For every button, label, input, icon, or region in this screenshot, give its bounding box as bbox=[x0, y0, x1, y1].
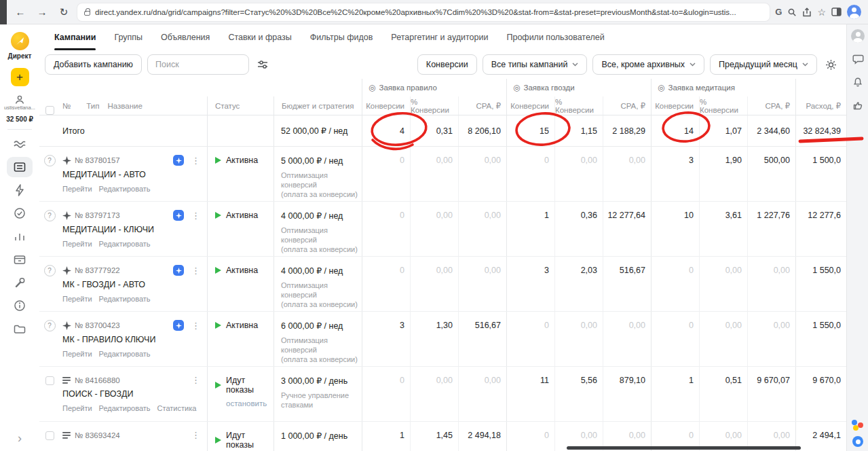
select-all-checkbox[interactable] bbox=[45, 106, 54, 115]
table-row[interactable]: № 84166880 ⋮ ПОИСК - ГВОЗДИ ПерейтиРедак… bbox=[39, 367, 846, 422]
col-rate-label[interactable]: % Конверсии bbox=[410, 96, 458, 115]
col-conversions-label[interactable]: Конверсии bbox=[651, 96, 699, 115]
horizontal-scrollbar[interactable] bbox=[567, 446, 801, 450]
table-row[interactable]: № 83780157 ⋮ МЕДИТАЦИИ - АВТО ПерейтиРед… bbox=[39, 147, 846, 202]
campaign-id[interactable]: № 83700423 bbox=[75, 321, 120, 329]
campaign-name[interactable]: МЕДИТАЦИИ - АВТО bbox=[62, 170, 203, 179]
auto-badge-icon[interactable] bbox=[173, 155, 184, 166]
col-cpa-label[interactable]: CPA, ₽ bbox=[458, 96, 506, 115]
archive-filter-dropdown[interactable]: Все, кроме архивных bbox=[592, 54, 704, 75]
tab-bids-phrases[interactable]: Ставки и фразы bbox=[228, 24, 291, 50]
row-menu-icon[interactable]: ⋮ bbox=[191, 156, 200, 166]
google-icon[interactable]: G bbox=[775, 7, 782, 17]
tab-groups[interactable]: Группы bbox=[114, 24, 143, 50]
row-link[interactable]: Редактировать bbox=[99, 295, 151, 303]
recommendation-icon[interactable] bbox=[44, 155, 56, 166]
col-rate-label[interactable]: % Конверсии bbox=[699, 96, 747, 115]
col-conversions-label[interactable]: Конверсии bbox=[362, 96, 410, 115]
campaign-name[interactable]: МК - ГВОЗДИ - АВТО bbox=[62, 280, 203, 289]
col-budget-label[interactable]: Бюджет и стратегия bbox=[273, 96, 362, 115]
chat-icon[interactable] bbox=[847, 48, 868, 71]
filter-sliders-icon[interactable] bbox=[254, 54, 271, 75]
add-campaign-button[interactable]: Добавить кампанию bbox=[45, 54, 142, 75]
add-campaign-plus-button[interactable]: + bbox=[11, 68, 29, 86]
url-bar[interactable]: direct.yandex.ru/dna/grid/campaigns?filt… bbox=[77, 3, 770, 21]
sidebar-item-statistics[interactable] bbox=[0, 225, 39, 248]
row-menu-icon[interactable]: ⋮ bbox=[191, 375, 200, 385]
expand-chevron-icon[interactable]: › bbox=[18, 431, 22, 446]
tab-user-profiles[interactable]: Профили пользователей bbox=[506, 24, 604, 50]
auto-badge-icon[interactable] bbox=[173, 320, 184, 331]
row-link[interactable]: Редактировать bbox=[99, 185, 151, 193]
col-type-label[interactable]: Тип bbox=[86, 102, 99, 110]
panel-profile-icon[interactable] bbox=[847, 24, 868, 48]
campaign-id[interactable]: № 83777922 bbox=[75, 266, 120, 274]
recommendation-icon[interactable] bbox=[44, 265, 56, 276]
goal-group-gvozdi[interactable]: ◎ Заявка гвозди bbox=[506, 79, 651, 96]
thumbs-up-icon[interactable] bbox=[847, 94, 868, 117]
row-link[interactable]: Редактировать bbox=[99, 350, 151, 358]
sidebar-item-tools[interactable] bbox=[0, 271, 39, 294]
sidebar-item-moderation[interactable] bbox=[0, 202, 39, 225]
row-checkbox[interactable] bbox=[45, 376, 54, 385]
col-cpa-label[interactable]: CPA, ₽ bbox=[747, 96, 795, 115]
goal-group-meditacia[interactable]: ◎ Заявка медитация bbox=[651, 79, 795, 96]
balance-label[interactable]: 32 500 ₽ bbox=[6, 115, 33, 123]
yandex-services-icon[interactable] bbox=[852, 420, 864, 431]
row-link[interactable]: Перейти bbox=[62, 240, 92, 248]
tab-retargeting[interactable]: Ретаргетинг и аудитории bbox=[391, 24, 488, 50]
tab-campaigns[interactable]: Кампании bbox=[54, 24, 96, 50]
settings-gear-icon[interactable] bbox=[823, 54, 839, 75]
refresh-icon[interactable]: ↻ bbox=[56, 6, 72, 18]
campaign-id[interactable]: № 83780157 bbox=[75, 156, 120, 164]
sidebar-item-files[interactable] bbox=[0, 317, 39, 340]
search-input[interactable] bbox=[147, 54, 249, 75]
col-cpa-label[interactable]: CPA, ₽ bbox=[603, 96, 651, 115]
forward-icon[interactable]: → bbox=[34, 6, 50, 18]
table-row[interactable]: № 83797173 ⋮ МЕДИТАЦИИ - КЛЮЧИ ПерейтиРе… bbox=[39, 202, 846, 257]
search-page-icon[interactable] bbox=[787, 7, 797, 17]
sidebar-item-info[interactable] bbox=[0, 294, 39, 317]
row-link[interactable]: Редактировать bbox=[99, 240, 151, 248]
recommendation-icon[interactable] bbox=[44, 320, 56, 331]
campaign-id[interactable]: № 83693424 bbox=[75, 431, 120, 439]
back-icon[interactable]: ← bbox=[12, 6, 29, 18]
protect-icon[interactable] bbox=[852, 436, 863, 447]
row-link[interactable]: Перейти bbox=[62, 350, 92, 358]
auto-badge-icon[interactable] bbox=[173, 265, 184, 276]
direct-logo[interactable] bbox=[11, 32, 29, 50]
row-link[interactable]: Статистика bbox=[157, 404, 197, 412]
row-menu-icon[interactable]: ⋮ bbox=[191, 211, 200, 221]
stop-link[interactable]: остановить bbox=[226, 399, 273, 408]
goal-group-pravilo[interactable]: ◎ Заявка правило bbox=[362, 79, 506, 96]
row-checkbox[interactable] bbox=[45, 431, 54, 440]
recommendation-icon[interactable] bbox=[44, 210, 56, 221]
auto-badge-icon[interactable] bbox=[173, 210, 184, 221]
col-rate-label[interactable]: % Конверсии bbox=[554, 96, 603, 115]
url-text[interactable]: direct.yandex.ru/dna/grid/campaigns?filt… bbox=[95, 8, 763, 16]
table-row[interactable]: № 83700423 ⋮ МК - ПРАВИЛО КЛЮЧИ ПерейтиР… bbox=[39, 312, 846, 367]
campaign-name[interactable]: ПОИСК - ГВОЗДИ bbox=[62, 389, 203, 399]
campaign-id[interactable]: № 84166880 bbox=[75, 376, 120, 384]
campaign-id[interactable]: № 83797173 bbox=[75, 211, 120, 219]
bookmark-star-icon[interactable]: ☆ bbox=[817, 7, 826, 18]
row-link[interactable]: Редактировать bbox=[99, 404, 151, 412]
tab-ads[interactable]: Объявления bbox=[161, 24, 210, 50]
sidebar-item-archive[interactable] bbox=[0, 248, 39, 271]
col-conversions-label[interactable]: Конверсии bbox=[506, 96, 554, 115]
conversions-button[interactable]: Конверсии bbox=[417, 54, 477, 75]
row-link[interactable]: Перейти bbox=[62, 295, 92, 303]
campaign-name[interactable]: МК - ПРАВИЛО КЛЮЧИ bbox=[62, 335, 203, 344]
row-menu-icon[interactable]: ⋮ bbox=[191, 266, 200, 276]
row-link[interactable]: Перейти bbox=[62, 185, 92, 193]
col-name-label[interactable]: Название bbox=[108, 102, 143, 110]
col-spend-label[interactable]: Расход, ₽ bbox=[795, 96, 846, 115]
campaign-type-dropdown[interactable]: Все типы кампаний bbox=[483, 54, 588, 75]
row-menu-icon[interactable]: ⋮ bbox=[191, 321, 200, 331]
split-view-icon[interactable] bbox=[831, 7, 842, 16]
share-icon[interactable] bbox=[802, 7, 812, 17]
sidebar-item-autotargeting[interactable] bbox=[0, 179, 39, 202]
col-status-label[interactable]: Статус bbox=[207, 96, 273, 115]
period-dropdown[interactable]: Предыдущий месяц bbox=[710, 54, 817, 75]
table-row[interactable]: № 83777922 ⋮ МК - ГВОЗДИ - АВТО ПерейтиР… bbox=[39, 257, 846, 312]
